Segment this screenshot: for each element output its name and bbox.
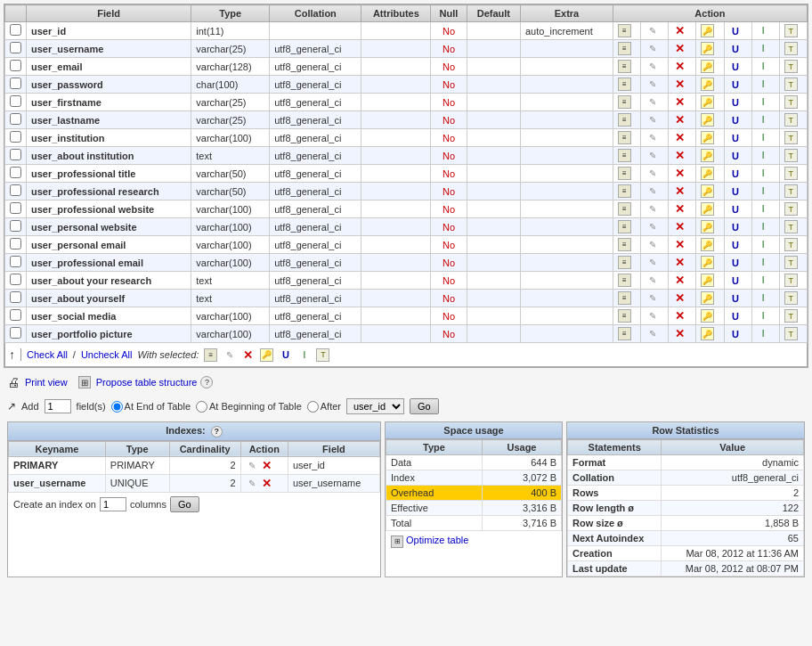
action-edit[interactable]: ✎ <box>641 58 669 76</box>
fulltext-action-icon[interactable]: T <box>784 42 798 55</box>
action-browse[interactable]: ≡ <box>613 254 640 272</box>
drop-index2-icon[interactable]: ✕ <box>260 477 273 490</box>
optimize-table-link[interactable]: Optimize table <box>406 535 468 545</box>
action-index[interactable]: I <box>751 129 779 147</box>
browse-action-icon[interactable]: ≡ <box>618 274 631 287</box>
fulltext-action-icon[interactable]: T <box>784 327 798 340</box>
action-drop[interactable]: ✕ <box>669 111 696 129</box>
action-edit[interactable]: ✎ <box>641 290 669 307</box>
after-radio-label[interactable]: After <box>307 401 341 413</box>
primary-action-icon[interactable]: 🔑 <box>701 184 714 198</box>
edit-action-icon[interactable]: ✎ <box>646 184 659 198</box>
edit-action-icon[interactable]: ✎ <box>646 202 659 216</box>
action-primary[interactable]: 🔑 <box>696 254 724 272</box>
edit-action-icon[interactable]: ✎ <box>646 131 659 144</box>
browse-action-icon[interactable]: ≡ <box>618 149 631 162</box>
action-edit[interactable]: ✎ <box>641 218 669 236</box>
action-drop[interactable]: ✕ <box>669 147 696 165</box>
unique-action-icon[interactable]: U <box>729 78 743 91</box>
edit-action-icon[interactable]: ✎ <box>646 113 659 127</box>
index-action-icon[interactable]: I <box>757 327 770 340</box>
action-drop[interactable]: ✕ <box>669 307 696 325</box>
action-edit[interactable]: ✎ <box>641 165 669 183</box>
action-unique[interactable]: U <box>724 183 751 200</box>
action-fulltext[interactable]: T <box>779 111 807 129</box>
primary-action-icon[interactable]: 🔑 <box>701 149 714 162</box>
action-drop[interactable]: ✕ <box>669 129 696 147</box>
browse-action-icon[interactable]: ≡ <box>618 42 631 55</box>
action-fulltext[interactable]: T <box>779 40 807 58</box>
unique-action-icon[interactable]: U <box>729 184 743 198</box>
unique-icon[interactable]: U <box>279 348 292 362</box>
edit-icon[interactable]: ✎ <box>223 348 236 362</box>
drop-action-icon[interactable]: ✕ <box>673 167 686 180</box>
row-checkbox[interactable] <box>10 95 21 107</box>
unique-action-icon[interactable]: U <box>729 291 743 305</box>
action-index[interactable]: I <box>751 236 779 254</box>
action-browse[interactable]: ≡ <box>613 147 640 165</box>
check-all-link[interactable]: Check All <box>27 349 68 360</box>
at-beginning-radio[interactable] <box>196 401 207 413</box>
action-browse[interactable]: ≡ <box>613 307 640 325</box>
fulltext-action-icon[interactable]: T <box>784 309 798 323</box>
field-name-link[interactable]: user_institution <box>31 133 105 143</box>
action-fulltext[interactable]: T <box>779 94 807 111</box>
unique-action-icon[interactable]: U <box>729 24 743 37</box>
primary-icon[interactable]: 🔑 <box>260 348 273 362</box>
action-primary[interactable]: 🔑 <box>696 290 724 307</box>
row-checkbox[interactable] <box>10 131 21 143</box>
row-checkbox[interactable] <box>10 184 21 196</box>
drop-action-icon[interactable]: ✕ <box>673 78 686 91</box>
primary-action-icon[interactable]: 🔑 <box>701 78 714 91</box>
edit-action-icon[interactable]: ✎ <box>646 274 659 287</box>
drop-action-icon[interactable]: ✕ <box>673 95 686 109</box>
action-primary[interactable]: 🔑 <box>696 272 724 290</box>
fulltext-action-icon[interactable]: T <box>784 220 798 233</box>
action-unique[interactable]: U <box>724 236 751 254</box>
field-name-link[interactable]: user_about your research <box>31 275 151 286</box>
fulltext-action-icon[interactable]: T <box>784 238 798 251</box>
field-name-link[interactable]: user_professional email <box>31 258 143 268</box>
primary-action-icon[interactable]: 🔑 <box>701 256 714 269</box>
action-fulltext[interactable]: T <box>779 218 807 236</box>
action-index[interactable]: I <box>751 111 779 129</box>
action-index[interactable]: I <box>751 58 779 76</box>
action-unique[interactable]: U <box>724 307 751 325</box>
unique-action-icon[interactable]: U <box>729 327 743 340</box>
unique-action-icon[interactable]: U <box>729 256 743 269</box>
action-drop[interactable]: ✕ <box>669 272 696 290</box>
action-primary[interactable]: 🔑 <box>696 200 724 218</box>
action-drop[interactable]: ✕ <box>669 76 696 94</box>
fulltext-action-icon[interactable]: T <box>784 256 798 269</box>
action-browse[interactable]: ≡ <box>613 76 640 94</box>
fulltext-action-icon[interactable]: T <box>784 291 798 305</box>
action-drop[interactable]: ✕ <box>669 94 696 111</box>
unique-action-icon[interactable]: U <box>729 113 743 127</box>
action-fulltext[interactable]: T <box>779 307 807 325</box>
row-checkbox[interactable] <box>10 167 21 178</box>
action-fulltext[interactable]: T <box>779 76 807 94</box>
action-unique[interactable]: U <box>724 218 751 236</box>
field-name-link[interactable]: user_portfolio picture <box>31 329 133 339</box>
index-action-icon[interactable]: I <box>757 95 770 109</box>
row-checkbox[interactable] <box>10 238 21 249</box>
field-name-link[interactable]: user_lastname <box>31 115 100 126</box>
unique-action-icon[interactable]: U <box>729 95 743 109</box>
index-columns-input[interactable]: 1 <box>100 497 126 511</box>
drop-action-icon[interactable]: ✕ <box>673 291 686 305</box>
field-name-link[interactable]: user_about yourself <box>31 293 125 304</box>
action-browse[interactable]: ≡ <box>613 183 640 200</box>
at-end-radio-label[interactable]: At End of Table <box>111 401 191 413</box>
action-edit[interactable]: ✎ <box>641 111 669 129</box>
action-primary[interactable]: 🔑 <box>696 111 724 129</box>
index-action-icon[interactable]: I <box>757 184 770 198</box>
row-checkbox[interactable] <box>10 274 21 285</box>
browse-action-icon[interactable]: ≡ <box>618 95 631 109</box>
action-unique[interactable]: U <box>724 272 751 290</box>
action-edit[interactable]: ✎ <box>641 22 669 40</box>
edit-action-icon[interactable]: ✎ <box>646 149 659 162</box>
browse-icon[interactable]: ≡ <box>204 348 217 362</box>
fulltext-action-icon[interactable]: T <box>784 167 798 180</box>
print-view-link[interactable]: Print view <box>25 377 68 388</box>
browse-action-icon[interactable]: ≡ <box>618 220 631 233</box>
